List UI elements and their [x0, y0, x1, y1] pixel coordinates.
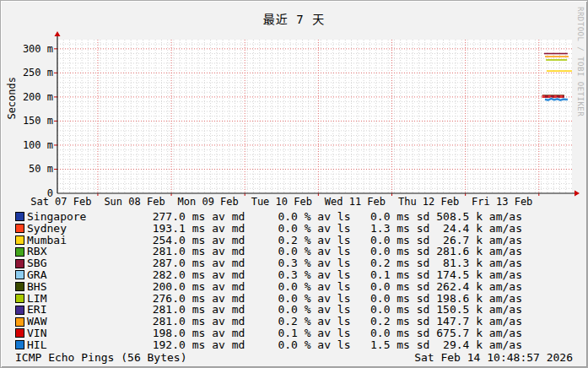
legend: Singapore 277.0 ms av md 0.0 % av ls 0.0…	[15, 211, 522, 351]
legend-row: Mumbai 254.0 ms av md 0.2 % av ls 0.0 ms…	[15, 235, 522, 246]
legend-row-text: LIM 276.0 ms av md 0.0 % av ls 0.0 ms sd…	[27, 293, 522, 305]
legend-color-swatch	[15, 282, 24, 291]
x-tick-label: Tue 10 Feb	[251, 196, 312, 208]
probe-description: ICMP Echo Pings (56 Bytes)	[15, 351, 187, 364]
legend-row: SBG 287.0 ms av md 0.3 % av ls 0.2 ms sd…	[15, 257, 522, 269]
series-HIL	[545, 99, 568, 100]
legend-row: BHS 200.0 ms av md 0.0 % av ls 0.0 ms sd…	[15, 281, 522, 293]
legend-color-swatch	[15, 212, 24, 221]
y-tick-label: 150 m	[1, 115, 53, 127]
legend-color-swatch	[15, 259, 24, 268]
legend-color-swatch	[15, 306, 24, 315]
y-tick-label: 100 m	[1, 139, 53, 151]
legend-row-text: Mumbai 254.0 ms av md 0.2 % av ls 0.0 ms…	[27, 235, 522, 246]
legend-row-text: Singapore 277.0 ms av md 0.0 % av ls 0.0…	[27, 211, 522, 223]
legend-row: HIL 192.0 ms av md 0.0 % av ls 1.5 ms sd…	[15, 339, 522, 351]
x-tick-label: Thu 12 Feb	[398, 196, 459, 208]
x-tick-label: Fri 13 Feb	[472, 196, 532, 208]
legend-row: Sydney 193.1 ms av md 0.0 % av ls 1.3 ms…	[15, 223, 522, 235]
legend-row: RBX 281.0 ms av md 0.0 % av ls 0.0 ms sd…	[15, 246, 522, 257]
x-tick-label: Sat 07 Feb	[30, 196, 91, 208]
series-HIL-smoke	[545, 99, 568, 100]
legend-row: Singapore 277.0 ms av md 0.0 % av ls 0.0…	[15, 211, 522, 223]
legend-row-text: ERI 281.0 ms av md 0.0 % av ls 0.0 ms sd…	[27, 304, 522, 316]
y-tick-label: 250 m	[1, 67, 53, 78]
legend-row: VIN 198.0 ms av md 0.1 % av ls 0.0 ms sd…	[15, 327, 522, 339]
legend-row-text: HIL 192.0 ms av md 0.0 % av ls 1.5 ms sd…	[27, 339, 522, 351]
legend-color-swatch	[15, 270, 24, 279]
graph-timestamp: Sat Feb 14 10:48:57 2026	[414, 351, 573, 364]
graph-title: 最近 7 天	[1, 10, 587, 27]
legend-color-swatch	[15, 340, 24, 349]
legend-row-text: GRA 282.0 ms av md 0.3 % av ls 0.1 ms sd…	[27, 269, 522, 281]
y-axis-arrow	[55, 31, 61, 36]
legend-row-text: VIN 198.0 ms av md 0.1 % av ls 0.0 ms sd…	[27, 327, 522, 339]
legend-row: LIM 276.0 ms av md 0.0 % av ls 0.0 ms sd…	[15, 293, 522, 305]
smokeping-rrdtool-graph: 最近 7 天 RRDTOOL / TOBI OETIKER Seconds 30…	[0, 0, 588, 368]
legend-row-text: Sydney 193.1 ms av md 0.0 % av ls 1.3 ms…	[27, 223, 522, 235]
legend-row-text: WAW 281.0 ms av md 0.2 % av ls 0.2 ms sd…	[27, 316, 522, 327]
rrdtool-watermark: RRDTOOL / TOBI OETIKER	[576, 7, 585, 116]
legend-row: ERI 281.0 ms av md 0.0 % av ls 0.0 ms sd…	[15, 304, 522, 316]
x-tick-label: Wed 11 Feb	[325, 196, 386, 208]
legend-color-swatch	[15, 294, 24, 303]
legend-row: GRA 282.0 ms av md 0.3 % av ls 0.1 ms sd…	[15, 269, 522, 281]
legend-color-swatch	[15, 328, 24, 338]
x-axis-arrow	[575, 191, 580, 197]
legend-row-text: RBX 281.0 ms av md 0.0 % av ls 0.0 ms sd…	[27, 246, 522, 257]
legend-row-text: BHS 200.0 ms av md 0.0 % av ls 0.0 ms sd…	[27, 281, 522, 293]
x-tick-label: Mon 09 Feb	[178, 196, 239, 208]
legend-color-swatch	[15, 224, 24, 233]
legend-color-swatch	[15, 317, 24, 327]
y-tick-label: 50 m	[1, 163, 53, 175]
y-tick-label: 300 m	[1, 43, 53, 55]
legend-row: WAW 281.0 ms av md 0.2 % av ls 0.2 ms sd…	[15, 316, 522, 327]
legend-row-text: SBG 287.0 ms av md 0.3 % av ls 0.2 ms sd…	[27, 257, 522, 269]
legend-color-swatch	[15, 247, 24, 257]
legend-color-swatch	[15, 235, 24, 245]
x-tick-label: Sun 08 Feb	[104, 196, 165, 208]
y-tick-label: 200 m	[1, 91, 53, 103]
